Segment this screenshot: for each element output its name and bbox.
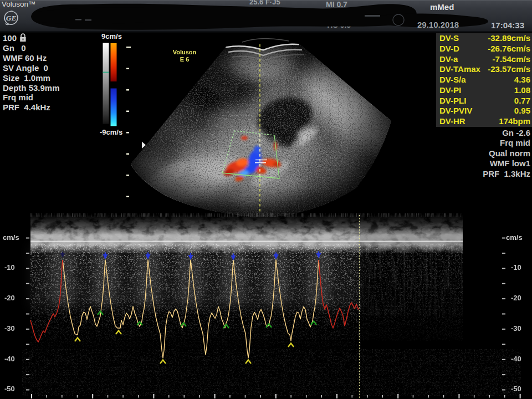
- svg-text:25.6 F·J5: 25.6 F·J5: [249, 0, 280, 6]
- svg-text:GE: GE: [6, 14, 17, 22]
- svg-text:MI 0.7: MI 0.7: [326, 0, 347, 9]
